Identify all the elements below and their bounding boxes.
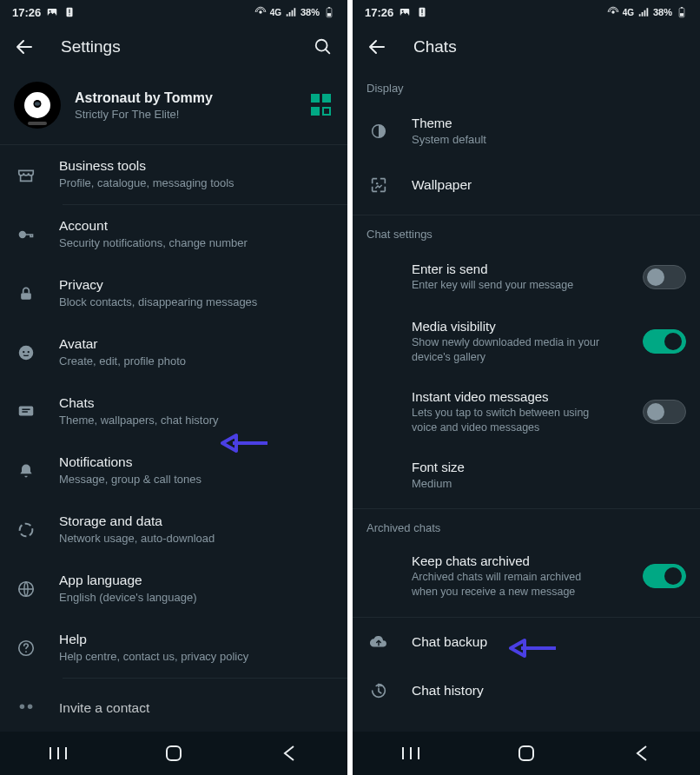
android-navbar bbox=[0, 732, 347, 775]
item-language[interactable]: App languageEnglish (device's language) bbox=[0, 560, 347, 619]
svg-point-5 bbox=[259, 10, 262, 14]
nav-recent[interactable] bbox=[32, 745, 84, 761]
page-title: Settings bbox=[61, 37, 287, 56]
toggle-instant[interactable] bbox=[643, 400, 686, 424]
item-account[interactable]: AccountSecurity notifications, change nu… bbox=[0, 205, 347, 264]
section-archived: Archived chats bbox=[353, 509, 700, 541]
appbar-chats: Chats bbox=[353, 24, 700, 70]
item-title: Storage and data bbox=[59, 513, 333, 529]
qr-icon[interactable] bbox=[311, 94, 333, 116]
page-title: Chats bbox=[413, 37, 695, 56]
item-title: Theme bbox=[412, 116, 686, 130]
back-button[interactable] bbox=[358, 36, 396, 57]
alert-icon bbox=[63, 6, 76, 18]
item-chat-history[interactable]: Chat history bbox=[353, 666, 700, 715]
chat-icon bbox=[17, 402, 36, 421]
profile-name: Astronaut by Tommy bbox=[75, 90, 297, 106]
item-chat-backup[interactable]: Chat backup bbox=[353, 618, 700, 666]
item-privacy[interactable]: PrivacyBlock contacts, disappearing mess… bbox=[0, 264, 347, 323]
cloud-upload-icon bbox=[369, 633, 388, 652]
item-invite[interactable]: Invite a contact bbox=[0, 679, 347, 732]
nav-home[interactable] bbox=[500, 745, 552, 762]
item-sub: Security notifications, change number bbox=[59, 235, 333, 251]
svg-point-26 bbox=[402, 10, 404, 12]
item-sub: Network usage, auto-download bbox=[59, 531, 333, 546]
item-title: Instant video messages bbox=[412, 389, 622, 404]
nav-back[interactable] bbox=[263, 745, 315, 762]
item-enter-is-send[interactable]: Enter is sendEnter key will send your me… bbox=[353, 248, 700, 307]
globe-icon bbox=[17, 580, 36, 599]
profile-status: Strictly For The Elite! bbox=[75, 108, 297, 121]
bell-icon bbox=[17, 461, 35, 480]
wallpaper-icon bbox=[369, 176, 388, 195]
avatar bbox=[14, 82, 61, 129]
item-media-visibility[interactable]: Media visibilityShow newly downloaded me… bbox=[353, 307, 700, 377]
image-icon bbox=[399, 6, 411, 18]
item-title: Invite a contact bbox=[59, 700, 333, 716]
item-keep-archived[interactable]: Keep chats archivedArchived chats will r… bbox=[353, 541, 700, 612]
svg-rect-3 bbox=[69, 10, 70, 14]
svg-point-30 bbox=[611, 10, 615, 14]
signal-icon bbox=[285, 6, 297, 18]
item-wallpaper[interactable]: Wallpaper bbox=[353, 161, 700, 209]
profile-row[interactable]: Astronaut by Tommy Strictly For The Elit… bbox=[0, 70, 347, 145]
item-avatar[interactable]: AvatarCreate, edit, profile photo bbox=[0, 323, 347, 382]
nav-recent[interactable] bbox=[385, 745, 437, 761]
battery-icon bbox=[676, 6, 688, 18]
item-notifications[interactable]: NotificationsMessage, group & call tones bbox=[0, 441, 347, 500]
back-button[interactable] bbox=[5, 36, 43, 57]
svg-point-15 bbox=[23, 351, 24, 353]
nav-back[interactable] bbox=[616, 745, 668, 762]
item-title: Help bbox=[59, 632, 333, 647]
item-sub: Create, edit, profile photo bbox=[59, 354, 333, 369]
search-button[interactable] bbox=[304, 37, 342, 56]
svg-rect-4 bbox=[69, 14, 70, 15]
nav-home[interactable] bbox=[148, 745, 200, 762]
svg-rect-7 bbox=[328, 7, 330, 8]
battery-icon bbox=[323, 6, 335, 18]
item-title: Font size bbox=[412, 460, 686, 474]
status-battery: 38% bbox=[300, 7, 320, 17]
item-instant-video[interactable]: Instant video messagesLets you tap to sw… bbox=[353, 377, 700, 447]
svg-rect-28 bbox=[422, 10, 423, 14]
hotspot-icon bbox=[254, 6, 267, 18]
item-title: Wallpaper bbox=[412, 177, 686, 193]
item-sub: System default bbox=[412, 132, 686, 148]
key-icon bbox=[17, 226, 35, 243]
toggle-archived[interactable] bbox=[643, 564, 686, 588]
item-sub: Message, group & call tones bbox=[59, 472, 333, 487]
item-business-tools[interactable]: Business toolsProfile, catalogue, messag… bbox=[0, 145, 347, 204]
statusbar: 17:26 4G 38% bbox=[353, 0, 700, 24]
toggle-media[interactable] bbox=[643, 329, 686, 354]
item-sub: Show newly downloaded media in your devi… bbox=[412, 335, 603, 365]
item-title: Chat history bbox=[412, 683, 686, 699]
item-font-size[interactable]: Font sizeMedium bbox=[353, 447, 700, 504]
item-title: Media visibility bbox=[412, 319, 622, 334]
status-network: 4G bbox=[623, 8, 634, 17]
item-title: Keep chats archived bbox=[412, 553, 622, 568]
svg-point-1 bbox=[50, 10, 51, 12]
svg-point-21 bbox=[25, 651, 27, 652]
item-title: App language bbox=[59, 573, 333, 588]
item-sub: Enter key will send your message bbox=[412, 278, 603, 293]
item-theme[interactable]: ThemeSystem default bbox=[353, 102, 700, 161]
status-network: 4G bbox=[270, 8, 281, 17]
toggle-enter[interactable] bbox=[643, 265, 686, 289]
item-sub: Help centre, contact us, privacy policy bbox=[59, 649, 333, 665]
svg-point-23 bbox=[28, 704, 33, 709]
item-sub: Block contacts, disappearing messages bbox=[59, 295, 333, 310]
svg-point-12 bbox=[20, 232, 26, 238]
settings-list: Business toolsProfile, catalogue, messag… bbox=[0, 145, 347, 732]
item-help[interactable]: HelpHelp centre, contact us, privacy pol… bbox=[0, 619, 347, 678]
item-chats[interactable]: ChatsTheme, wallpapers, chat history bbox=[0, 382, 347, 441]
signal-icon bbox=[637, 6, 650, 18]
svg-rect-24 bbox=[167, 746, 181, 760]
svg-rect-32 bbox=[681, 7, 683, 8]
item-storage[interactable]: Storage and dataNetwork usage, auto-down… bbox=[0, 500, 347, 560]
svg-point-18 bbox=[20, 524, 33, 537]
item-title: Avatar bbox=[59, 336, 333, 352]
status-time: 17:26 bbox=[365, 6, 393, 19]
face-icon bbox=[17, 343, 36, 362]
alert-icon bbox=[416, 6, 428, 18]
appbar-settings: Settings bbox=[0, 24, 347, 70]
